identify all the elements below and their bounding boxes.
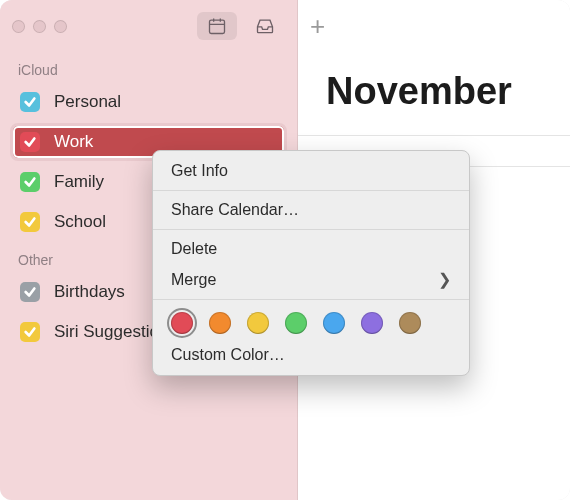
checkbox-icon[interactable]	[20, 282, 40, 302]
color-swatch[interactable]	[171, 312, 193, 334]
calendar-icon	[207, 16, 227, 36]
calendar-label: School	[54, 212, 106, 232]
color-swatch[interactable]	[209, 312, 231, 334]
color-swatch[interactable]	[247, 312, 269, 334]
checkbox-icon[interactable]	[20, 322, 40, 342]
sidebar-section-icloud: iCloud	[0, 52, 297, 82]
calendar-view-button[interactable]	[197, 12, 237, 40]
checkbox-icon[interactable]	[20, 132, 40, 152]
menu-label: Merge	[171, 271, 216, 289]
calendar-label: Personal	[54, 92, 121, 112]
chevron-right-icon: ❯	[438, 270, 451, 289]
app-window: iCloud Personal Work Family School Other	[0, 0, 570, 500]
svg-rect-0	[210, 20, 225, 33]
menu-label: Custom Color…	[171, 346, 285, 364]
menu-label: Delete	[171, 240, 217, 258]
inbox-button[interactable]	[245, 12, 285, 40]
menu-item-merge[interactable]: Merge ❯	[153, 264, 469, 295]
color-swatch[interactable]	[361, 312, 383, 334]
inbox-icon	[255, 16, 275, 36]
menu-separator	[153, 229, 469, 230]
color-swatch[interactable]	[323, 312, 345, 334]
calendar-item-personal[interactable]: Personal	[10, 83, 287, 121]
color-swatch[interactable]	[285, 312, 307, 334]
context-menu: Get Info Share Calendar… Delete Merge ❯ …	[152, 150, 470, 376]
minimize-icon[interactable]	[33, 20, 46, 33]
color-swatch[interactable]	[399, 312, 421, 334]
checkbox-icon[interactable]	[20, 172, 40, 192]
menu-item-delete[interactable]: Delete	[153, 234, 469, 264]
month-title: November	[298, 52, 570, 135]
menu-label: Get Info	[171, 162, 228, 180]
checkbox-icon[interactable]	[20, 212, 40, 232]
color-swatch-row	[153, 304, 469, 340]
menu-item-get-info[interactable]: Get Info	[153, 156, 469, 186]
calendar-label: Work	[54, 132, 93, 152]
add-event-button[interactable]: +	[310, 11, 325, 42]
window-controls[interactable]	[12, 20, 67, 33]
menu-label: Share Calendar…	[171, 201, 299, 219]
menu-separator	[153, 190, 469, 191]
calendar-label: Family	[54, 172, 104, 192]
zoom-icon[interactable]	[54, 20, 67, 33]
checkbox-icon[interactable]	[20, 92, 40, 112]
titlebar	[0, 0, 297, 52]
menu-separator	[153, 299, 469, 300]
close-icon[interactable]	[12, 20, 25, 33]
calendar-label: Birthdays	[54, 282, 125, 302]
main-toolbar: +	[298, 0, 570, 52]
menu-item-custom-color[interactable]: Custom Color…	[153, 340, 469, 370]
menu-item-share[interactable]: Share Calendar…	[153, 195, 469, 225]
